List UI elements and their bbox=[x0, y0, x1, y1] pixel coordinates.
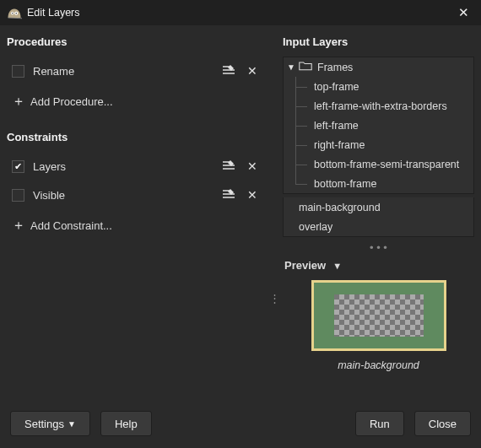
tree-item[interactable]: main-background bbox=[284, 197, 473, 217]
add-constraint-button[interactable]: ＋ Add Constraint... bbox=[7, 211, 264, 240]
constraint-label: Layers bbox=[33, 160, 217, 173]
gimp-icon bbox=[7, 6, 20, 19]
settings-button[interactable]: Settings▼ bbox=[10, 411, 90, 436]
tree-folder-frames[interactable]: ▼ Frames bbox=[284, 57, 473, 77]
help-button[interactable]: Help bbox=[100, 411, 152, 436]
preview-area: main-background bbox=[283, 280, 474, 402]
tree-item[interactable]: top-frame bbox=[284, 77, 473, 96]
window-close-button[interactable]: ✕ bbox=[453, 5, 474, 20]
remove-icon[interactable]: ✕ bbox=[240, 188, 264, 202]
input-layers-heading: Input Layers bbox=[283, 35, 474, 48]
window-title: Edit Layers bbox=[27, 7, 453, 19]
chevron-down-icon: ▼ bbox=[68, 419, 76, 429]
procedures-heading: Procedures bbox=[7, 35, 264, 48]
remove-icon[interactable]: ✕ bbox=[240, 159, 264, 173]
pane-resize-grip-icon[interactable]: ⋮ bbox=[269, 297, 278, 300]
folder-label: Frames bbox=[317, 62, 353, 73]
layer-tree[interactable]: ▼ Frames top-frame left-frame-with-extra… bbox=[283, 57, 474, 194]
edit-icon[interactable] bbox=[217, 159, 240, 175]
titlebar: Edit Layers ✕ bbox=[0, 0, 481, 25]
footer: Settings▼ Help Run Close bbox=[0, 402, 481, 448]
edit-icon[interactable] bbox=[217, 63, 240, 79]
tree-item[interactable]: left-frame-with-extra-borders bbox=[284, 96, 473, 116]
constraint-label: Visible bbox=[33, 189, 217, 202]
procedure-label: Rename bbox=[33, 65, 217, 78]
constraint-row-visible[interactable]: Visible ✕ bbox=[7, 181, 264, 209]
plus-icon: ＋ bbox=[7, 93, 30, 111]
checkbox[interactable] bbox=[12, 65, 24, 78]
preview-thumbnail[interactable] bbox=[311, 280, 446, 351]
checkbox[interactable]: ✔ bbox=[12, 160, 24, 173]
transparency-checker bbox=[334, 294, 424, 337]
tree-item[interactable]: bottom-frame bbox=[284, 174, 473, 193]
edit-icon[interactable] bbox=[217, 187, 240, 203]
remove-icon[interactable]: ✕ bbox=[240, 64, 264, 78]
layer-list[interactable]: main-background overlay bbox=[283, 197, 474, 237]
constraints-heading: Constraints bbox=[7, 131, 264, 143]
svg-point-2 bbox=[12, 13, 14, 14]
constraint-row-layers[interactable]: ✔ Layers ✕ bbox=[7, 152, 264, 181]
tree-item[interactable]: right-frame bbox=[284, 135, 473, 154]
chevron-down-icon[interactable]: ▼ bbox=[332, 261, 342, 271]
plus-icon: ＋ bbox=[7, 217, 30, 235]
checkbox[interactable] bbox=[12, 189, 24, 202]
tree-item[interactable]: left-frame bbox=[284, 116, 473, 135]
procedure-row-rename[interactable]: Rename ✕ bbox=[7, 57, 264, 85]
tree-item[interactable]: bottom-frame-semi-transparent bbox=[284, 154, 473, 174]
pane-resize-grip-icon[interactable]: • • • bbox=[283, 240, 474, 254]
close-button[interactable]: Close bbox=[414, 411, 471, 436]
caret-down-icon[interactable]: ▼ bbox=[287, 62, 299, 72]
preview-caption: main-background bbox=[338, 359, 419, 371]
add-procedure-button[interactable]: ＋ Add Procedure... bbox=[7, 87, 264, 116]
folder-icon bbox=[299, 61, 312, 73]
preview-heading: Preview bbox=[284, 259, 326, 272]
svg-point-3 bbox=[15, 13, 17, 14]
tree-item[interactable]: overlay bbox=[284, 217, 473, 236]
run-button[interactable]: Run bbox=[355, 411, 404, 436]
